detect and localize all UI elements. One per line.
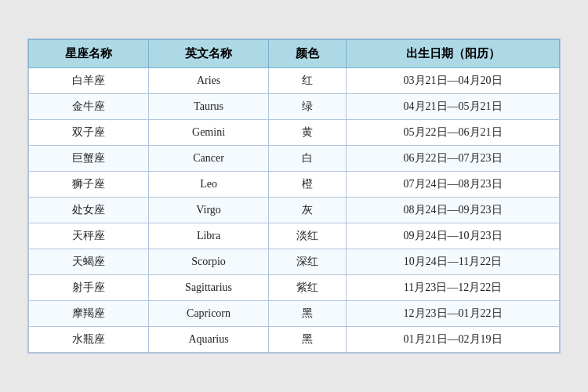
cell-english-name: Cancer bbox=[149, 146, 269, 172]
cell-dates: 07月24日—08月23日 bbox=[347, 172, 560, 198]
cell-color: 淡红 bbox=[269, 223, 347, 249]
cell-dates: 03月21日—04月20日 bbox=[347, 68, 560, 94]
cell-english-name: Taurus bbox=[149, 94, 269, 120]
cell-dates: 06月22日—07月23日 bbox=[347, 146, 560, 172]
cell-dates: 01月21日—02月19日 bbox=[347, 327, 560, 353]
table-row: 天秤座Libra淡红09月24日—10月23日 bbox=[29, 223, 560, 249]
header-dates: 出生日期（阳历） bbox=[347, 40, 560, 68]
cell-color: 黑 bbox=[269, 301, 347, 327]
cell-dates: 04月21日—05月21日 bbox=[347, 94, 560, 120]
zodiac-table: 星座名称 英文名称 颜色 出生日期（阳历） 白羊座Aries红03月21日—04… bbox=[28, 39, 560, 353]
table-row: 白羊座Aries红03月21日—04月20日 bbox=[29, 68, 560, 94]
table-row: 水瓶座Aquarius黑01月21日—02月19日 bbox=[29, 327, 560, 353]
table-row: 巨蟹座Cancer白06月22日—07月23日 bbox=[29, 146, 560, 172]
cell-chinese-name: 水瓶座 bbox=[29, 327, 149, 353]
cell-dates: 12月23日—01月22日 bbox=[347, 301, 560, 327]
table-row: 射手座Sagittarius紫红11月23日—12月22日 bbox=[29, 275, 560, 301]
table-row: 天蝎座Scorpio深红10月24日—11月22日 bbox=[29, 249, 560, 275]
cell-english-name: Aries bbox=[149, 68, 269, 94]
cell-color: 白 bbox=[269, 146, 347, 172]
cell-chinese-name: 巨蟹座 bbox=[29, 146, 149, 172]
table-body: 白羊座Aries红03月21日—04月20日金牛座Taurus绿04月21日—0… bbox=[29, 68, 560, 353]
table-header-row: 星座名称 英文名称 颜色 出生日期（阳历） bbox=[29, 40, 560, 68]
table-row: 摩羯座Capricorn黑12月23日—01月22日 bbox=[29, 301, 560, 327]
cell-english-name: Aquarius bbox=[149, 327, 269, 353]
cell-color: 红 bbox=[269, 68, 347, 94]
cell-color: 橙 bbox=[269, 172, 347, 198]
cell-english-name: Leo bbox=[149, 172, 269, 198]
cell-color: 黑 bbox=[269, 327, 347, 353]
cell-chinese-name: 狮子座 bbox=[29, 172, 149, 198]
cell-color: 绿 bbox=[269, 94, 347, 120]
cell-chinese-name: 摩羯座 bbox=[29, 301, 149, 327]
table-row: 金牛座Taurus绿04月21日—05月21日 bbox=[29, 94, 560, 120]
cell-color: 紫红 bbox=[269, 275, 347, 301]
cell-dates: 11月23日—12月22日 bbox=[347, 275, 560, 301]
cell-chinese-name: 处女座 bbox=[29, 198, 149, 223]
cell-english-name: Gemini bbox=[149, 120, 269, 146]
cell-color: 深红 bbox=[269, 249, 347, 275]
header-color: 颜色 bbox=[269, 40, 347, 68]
header-chinese-name: 星座名称 bbox=[29, 40, 149, 68]
cell-english-name: Virgo bbox=[149, 198, 269, 223]
cell-english-name: Libra bbox=[149, 223, 269, 249]
cell-chinese-name: 白羊座 bbox=[29, 68, 149, 94]
cell-dates: 05月22日—06月21日 bbox=[347, 120, 560, 146]
cell-dates: 09月24日—10月23日 bbox=[347, 223, 560, 249]
table-row: 处女座Virgo灰08月24日—09月23日 bbox=[29, 198, 560, 223]
cell-chinese-name: 天蝎座 bbox=[29, 249, 149, 275]
cell-chinese-name: 射手座 bbox=[29, 275, 149, 301]
zodiac-table-container: 星座名称 英文名称 颜色 出生日期（阳历） 白羊座Aries红03月21日—04… bbox=[27, 38, 561, 354]
header-english-name: 英文名称 bbox=[149, 40, 269, 68]
cell-chinese-name: 金牛座 bbox=[29, 94, 149, 120]
cell-english-name: Capricorn bbox=[149, 301, 269, 327]
cell-chinese-name: 双子座 bbox=[29, 120, 149, 146]
cell-color: 灰 bbox=[269, 198, 347, 223]
cell-color: 黄 bbox=[269, 120, 347, 146]
cell-english-name: Sagittarius bbox=[149, 275, 269, 301]
table-row: 狮子座Leo橙07月24日—08月23日 bbox=[29, 172, 560, 198]
cell-chinese-name: 天秤座 bbox=[29, 223, 149, 249]
cell-dates: 10月24日—11月22日 bbox=[347, 249, 560, 275]
cell-dates: 08月24日—09月23日 bbox=[347, 198, 560, 223]
cell-english-name: Scorpio bbox=[149, 249, 269, 275]
table-row: 双子座Gemini黄05月22日—06月21日 bbox=[29, 120, 560, 146]
